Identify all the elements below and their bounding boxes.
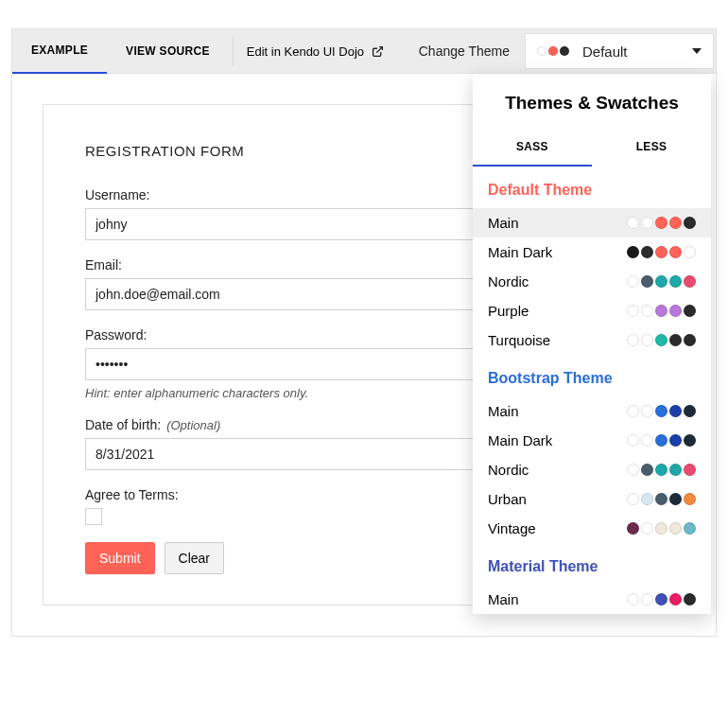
swatch-name: Main: [488, 591, 519, 607]
svg-line-0: [376, 46, 382, 52]
color-dot: [641, 464, 653, 476]
clear-button[interactable]: Clear: [165, 542, 224, 574]
color-dot: [655, 493, 667, 505]
color-dot: [655, 246, 667, 258]
swatch-name: Vintage: [488, 520, 536, 536]
color-dot: [684, 246, 696, 258]
color-dot: [655, 305, 667, 317]
color-dot: [669, 246, 682, 258]
dropdown-header: Themes & Swatches: [473, 74, 711, 127]
color-dot: [627, 246, 639, 258]
swatch-name: Nordic: [488, 462, 529, 478]
color-dot: [684, 405, 696, 417]
dropdown-tab-less[interactable]: LESS: [592, 127, 711, 167]
color-dot: [641, 405, 653, 417]
dropdown-tab-sass[interactable]: SASS: [473, 127, 592, 167]
theme-select[interactable]: Default: [525, 33, 714, 69]
theme-group-title: Bootstrap Theme: [473, 355, 711, 396]
change-theme-label: Change Theme: [404, 44, 525, 59]
swatch-dots: [627, 217, 696, 229]
color-dot: [641, 593, 653, 605]
swatch-dots: [627, 275, 696, 288]
color-dot: [641, 434, 653, 447]
color-dot: [669, 217, 682, 229]
swatch-row[interactable]: Urban: [473, 484, 711, 514]
swatch-row[interactable]: Purple: [473, 296, 711, 325]
theme-group-title: Default Theme: [473, 167, 711, 208]
chevron-down-icon: [692, 48, 702, 54]
swatch-dots: [627, 493, 696, 505]
color-dot: [627, 275, 639, 288]
swatch-dots: [627, 305, 696, 317]
color-dot: [627, 305, 639, 317]
color-dot: [627, 434, 639, 447]
color-dot: [669, 593, 682, 605]
swatch-row[interactable]: Main Dark: [473, 237, 711, 267]
color-dot: [684, 493, 696, 505]
color-dot: [641, 334, 653, 346]
external-link-icon: [372, 45, 384, 58]
swatch-dots: [627, 593, 696, 605]
swatch-dots: [627, 464, 696, 476]
color-dot: [669, 434, 682, 447]
color-dot: [655, 334, 667, 346]
swatch-name: Nordic: [488, 273, 529, 290]
swatch-row[interactable]: Vintage: [473, 514, 711, 543]
swatch-row[interactable]: Nordic: [473, 455, 711, 484]
color-dot: [537, 46, 546, 56]
color-dot: [641, 305, 653, 317]
color-dot: [684, 334, 696, 346]
color-dot: [627, 334, 639, 346]
swatch-row[interactable]: Turquoise: [473, 325, 711, 355]
edit-in-dojo-link[interactable]: Edit in Kendo UI Dojo: [233, 37, 397, 65]
swatch-row[interactable]: Main Dark: [473, 426, 711, 455]
swatch-name: Main Dark: [488, 244, 552, 260]
swatch-name: Main: [488, 403, 519, 419]
color-dot: [655, 405, 667, 417]
swatch-name: Turquoise: [488, 332, 550, 348]
color-dot: [684, 305, 696, 317]
color-dot: [655, 434, 667, 447]
color-dot: [684, 434, 696, 447]
color-dot: [641, 493, 653, 505]
swatch-row[interactable]: Main: [473, 396, 711, 426]
agree-checkbox[interactable]: [85, 508, 102, 525]
color-dot: [655, 593, 667, 605]
color-dot: [627, 593, 639, 605]
themes-dropdown: Themes & Swatches SASS LESS Default Them…: [473, 74, 711, 614]
color-dot: [669, 493, 682, 505]
theme-select-label: Default: [582, 44, 685, 60]
dropdown-body[interactable]: Default ThemeMainMain DarkNordicPurpleTu…: [473, 167, 711, 614]
tab-example[interactable]: EXAMPLE: [12, 28, 107, 74]
theme-group-title: Material Theme: [473, 543, 711, 585]
swatch-row[interactable]: Nordic: [473, 267, 711, 296]
swatch-row[interactable]: Main: [473, 585, 711, 614]
color-dot: [655, 464, 667, 476]
color-dot: [669, 305, 682, 317]
color-dot: [641, 275, 653, 288]
swatch-dots: [627, 434, 696, 447]
color-dot: [684, 217, 696, 229]
swatch-name: Main: [488, 215, 519, 231]
dropdown-tabs: SASS LESS: [473, 127, 711, 167]
theme-select-dots: [537, 46, 569, 56]
color-dot: [669, 275, 682, 288]
dob-optional: (Optional): [166, 418, 220, 432]
swatch-name: Main Dark: [488, 432, 552, 448]
color-dot: [684, 522, 696, 535]
swatch-dots: [627, 246, 696, 258]
swatch-name: Purple: [488, 303, 529, 319]
color-dot: [627, 464, 639, 476]
toolbar: EXAMPLE VIEW SOURCE Edit in Kendo UI Doj…: [11, 28, 717, 74]
color-dot: [684, 275, 696, 288]
color-dot: [627, 405, 639, 417]
color-dot: [627, 522, 639, 535]
swatch-row[interactable]: Main: [473, 208, 711, 237]
color-dot: [627, 217, 639, 229]
submit-button[interactable]: Submit: [85, 542, 155, 574]
swatch-dots: [627, 405, 696, 417]
swatch-dots: [627, 334, 696, 346]
color-dot: [641, 217, 653, 229]
swatch-name: Urban: [488, 491, 527, 507]
tab-view-source[interactable]: VIEW SOURCE: [107, 28, 229, 74]
